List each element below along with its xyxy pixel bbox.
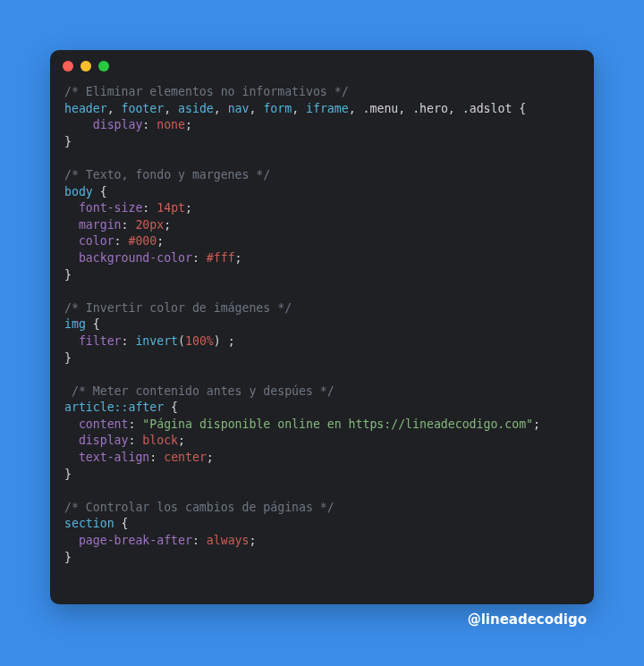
window-titlebar bbox=[50, 50, 594, 77]
comment: /* Controlar los cambios de páginas */ bbox=[64, 501, 335, 514]
selector: .menu bbox=[363, 102, 399, 115]
maximize-icon[interactable] bbox=[98, 61, 109, 72]
selector: iframe bbox=[306, 102, 349, 115]
css-function: invert bbox=[135, 334, 178, 348]
css-property: margin bbox=[79, 218, 122, 232]
close-icon[interactable] bbox=[63, 61, 73, 72]
selector: section bbox=[64, 517, 114, 530]
css-value: always bbox=[207, 534, 250, 547]
css-property: font-size bbox=[79, 201, 142, 215]
css-property: text-align bbox=[79, 451, 149, 464]
css-value: 14 bbox=[157, 201, 171, 215]
selector: header bbox=[64, 102, 107, 115]
css-property: background-color bbox=[79, 251, 192, 265]
comment: /* Eliminar elementos no informativos */ bbox=[64, 85, 349, 98]
code-window: /* Eliminar elementos no informativos */… bbox=[50, 50, 594, 604]
comment: /* Meter contenido antes y despúes */ bbox=[64, 384, 335, 398]
credit-handle: @lineadecodigo bbox=[468, 611, 587, 628]
css-property: filter bbox=[79, 334, 122, 348]
css-property: display bbox=[93, 118, 143, 131]
css-value: #000 bbox=[128, 234, 157, 248]
css-property: page-break-after bbox=[79, 534, 192, 547]
css-value: 100% bbox=[185, 334, 214, 348]
selector: nav bbox=[228, 102, 250, 115]
selector: form bbox=[263, 102, 292, 115]
css-property: content bbox=[79, 417, 129, 431]
selector: body bbox=[64, 185, 93, 198]
css-unit: px bbox=[149, 218, 164, 232]
css-value: block bbox=[142, 434, 178, 447]
css-property: display bbox=[79, 434, 129, 447]
selector: article bbox=[64, 400, 114, 414]
selector: img bbox=[64, 317, 86, 331]
comment: /* Texto, fondo y margenes */ bbox=[64, 168, 270, 181]
selector: .adslot bbox=[462, 102, 513, 115]
minimize-icon[interactable] bbox=[80, 61, 91, 72]
selector: footer bbox=[122, 102, 165, 115]
css-value: center bbox=[164, 451, 207, 464]
code-block: /* Eliminar elementos no informativos */… bbox=[50, 77, 594, 580]
css-unit: pt bbox=[171, 201, 185, 215]
css-value: 20 bbox=[135, 218, 149, 232]
css-value: #fff bbox=[207, 251, 235, 265]
selector: aside bbox=[178, 102, 214, 115]
css-value: none bbox=[157, 118, 185, 131]
pseudo-element: ::after bbox=[114, 400, 165, 414]
selector: .hero bbox=[412, 102, 448, 115]
css-string: "Página disponible online en https://lin… bbox=[142, 417, 533, 431]
css-property: color bbox=[79, 234, 114, 248]
comment: /* Invertir color de imágenes */ bbox=[64, 301, 292, 315]
